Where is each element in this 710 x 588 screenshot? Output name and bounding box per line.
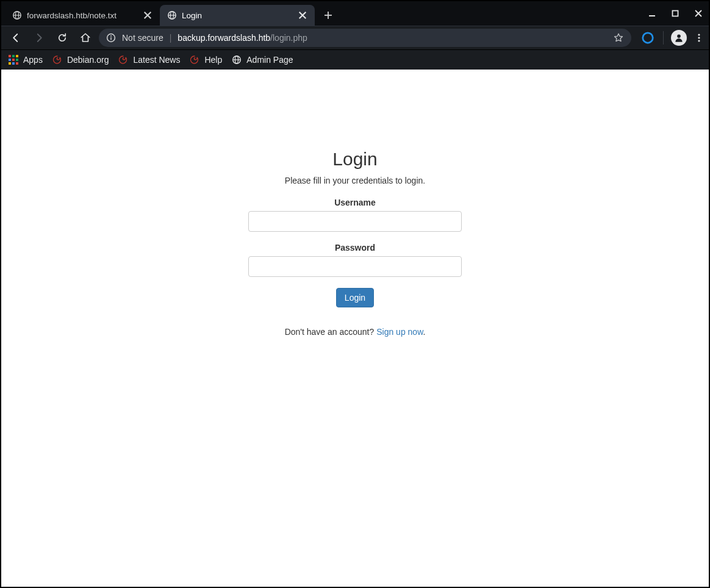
bookmark-label: Debian.org [67, 55, 109, 65]
close-icon[interactable] [298, 10, 307, 20]
password-label: Password [248, 243, 462, 253]
login-button[interactable]: Login [336, 288, 374, 307]
browser-window: forwardslash.htb/note.txt Login [0, 0, 710, 588]
divider [663, 31, 664, 45]
login-form: Login Please fill in your credentials to… [248, 149, 462, 337]
new-tab-button[interactable] [320, 7, 337, 24]
bookmark-label: Apps [23, 55, 43, 65]
url-path: /login.php [270, 33, 307, 43]
username-input[interactable] [248, 211, 462, 232]
bookmark-admin-page[interactable]: Admin Page [232, 55, 293, 65]
svg-point-22 [698, 37, 700, 38]
tab-inactive[interactable]: forwardslash.htb/note.txt [5, 5, 160, 26]
menu-button[interactable] [694, 33, 704, 43]
bookmark-label: Admin Page [246, 55, 293, 65]
extension-icon[interactable] [640, 30, 656, 46]
separator: | [170, 33, 172, 43]
tab-title: Login [182, 11, 293, 20]
page-title: Login [248, 149, 462, 170]
svg-rect-18 [110, 37, 111, 40]
url-host: backup.forwardslash.htb [178, 33, 270, 43]
page-subtitle: Please fill in your credentials to login… [248, 176, 462, 185]
home-button[interactable] [76, 28, 95, 48]
swirl-icon [118, 55, 128, 65]
svg-point-20 [677, 35, 681, 38]
window-minimize-button[interactable] [647, 8, 658, 19]
bookmarks-bar: Apps Debian.org Latest News Help Admin P… [1, 49, 709, 70]
bookmark-apps[interactable]: Apps [9, 55, 43, 65]
swirl-icon [52, 55, 62, 65]
tab-title: forwardslash.htb/note.txt [27, 11, 138, 20]
svg-point-17 [110, 35, 112, 37]
svg-rect-13 [673, 11, 678, 16]
bookmark-label: Latest News [133, 55, 180, 65]
globe-icon [232, 55, 242, 65]
signup-prompt: Don't have an account? [285, 327, 377, 337]
globe-icon [12, 10, 22, 20]
address-bar[interactable]: Not secure | backup.forwardslash.htb/log… [99, 29, 631, 47]
apps-icon [9, 55, 18, 65]
svg-point-23 [698, 40, 700, 41]
toolbar-right [640, 30, 704, 46]
swirl-icon [190, 55, 199, 65]
profile-avatar-icon[interactable] [671, 30, 687, 46]
close-icon[interactable] [143, 10, 152, 20]
window-maximize-button[interactable] [670, 8, 681, 19]
signup-line: Don't have an account? Sign up now. [248, 327, 462, 337]
bookmark-latest-news[interactable]: Latest News [118, 55, 180, 65]
bookmark-label: Help [204, 55, 222, 65]
url-text: backup.forwardslash.htb/login.php [178, 33, 307, 43]
signup-link[interactable]: Sign up now [376, 327, 423, 337]
forward-button[interactable] [29, 28, 49, 48]
toolbar: Not secure | backup.forwardslash.htb/log… [1, 26, 709, 49]
globe-icon [167, 10, 177, 20]
window-controls [647, 1, 704, 26]
page-viewport: Login Please fill in your credentials to… [1, 70, 709, 587]
password-group: Password [248, 243, 462, 277]
signup-period: . [423, 327, 425, 337]
back-button[interactable] [6, 28, 26, 48]
tab-active[interactable]: Login [160, 5, 315, 26]
tab-strip: forwardslash.htb/note.txt Login [1, 1, 709, 26]
reload-button[interactable] [52, 28, 72, 48]
bookmark-star-icon[interactable] [613, 32, 624, 43]
username-group: Username [248, 198, 462, 232]
password-input[interactable] [248, 256, 462, 277]
not-secure-label: Not secure [122, 33, 163, 43]
info-icon[interactable] [106, 33, 116, 43]
bookmark-debian[interactable]: Debian.org [52, 55, 109, 65]
username-label: Username [248, 198, 462, 207]
bookmark-help[interactable]: Help [190, 55, 222, 65]
window-close-button[interactable] [693, 8, 704, 19]
svg-point-19 [643, 33, 653, 43]
svg-point-21 [698, 34, 700, 35]
